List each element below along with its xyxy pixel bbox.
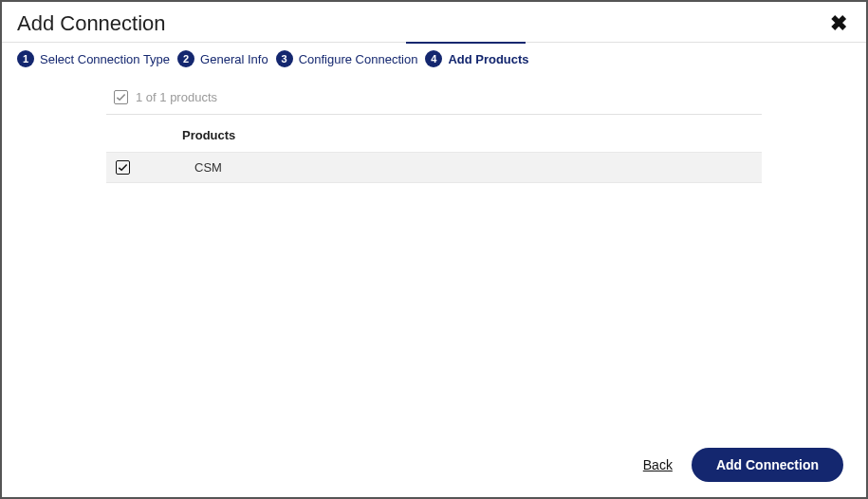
modal-header: Add Connection ✖ <box>2 2 866 42</box>
step-number-badge: 3 <box>276 50 293 67</box>
step-label: General Info <box>200 52 268 66</box>
check-icon <box>118 162 128 173</box>
step-configure-connection[interactable]: 3 Configure Connection <box>276 50 418 67</box>
step-select-connection-type[interactable]: 1 Select Connection Type <box>17 50 170 67</box>
modal-footer: Back Add Connection <box>2 434 866 497</box>
add-connection-button[interactable]: Add Connection <box>692 448 843 482</box>
close-icon: ✖ <box>830 11 847 35</box>
step-number-badge: 1 <box>17 50 34 67</box>
step-label: Configure Connection <box>299 52 418 66</box>
step-number-badge: 2 <box>177 50 194 67</box>
select-all-checkbox[interactable] <box>114 90 128 104</box>
step-label: Add Products <box>448 52 528 66</box>
wizard-steps: 1 Select Connection Type 2 General Info … <box>2 43 866 77</box>
step-label: Select Connection Type <box>40 52 170 66</box>
row-checkbox[interactable] <box>116 160 130 175</box>
close-button[interactable]: ✖ <box>826 9 851 38</box>
table-row: CSM <box>106 152 762 183</box>
products-table-header: Products <box>106 115 762 152</box>
add-connection-modal: Add Connection ✖ 1 Select Connection Typ… <box>0 0 868 499</box>
step-number-badge: 4 <box>425 50 442 67</box>
select-all-row: 1 of 1 products <box>106 86 762 115</box>
select-all-label: 1 of 1 products <box>136 90 217 104</box>
back-button[interactable]: Back <box>643 457 673 472</box>
step-general-info[interactable]: 2 General Info <box>177 50 268 67</box>
modal-title: Add Connection <box>17 11 166 36</box>
column-products: Products <box>182 128 235 142</box>
check-icon <box>116 92 126 102</box>
product-name: CSM <box>177 160 222 175</box>
content-area: 1 of 1 products Products CSM <box>2 77 866 434</box>
step-add-products[interactable]: 4 Add Products <box>425 50 528 67</box>
